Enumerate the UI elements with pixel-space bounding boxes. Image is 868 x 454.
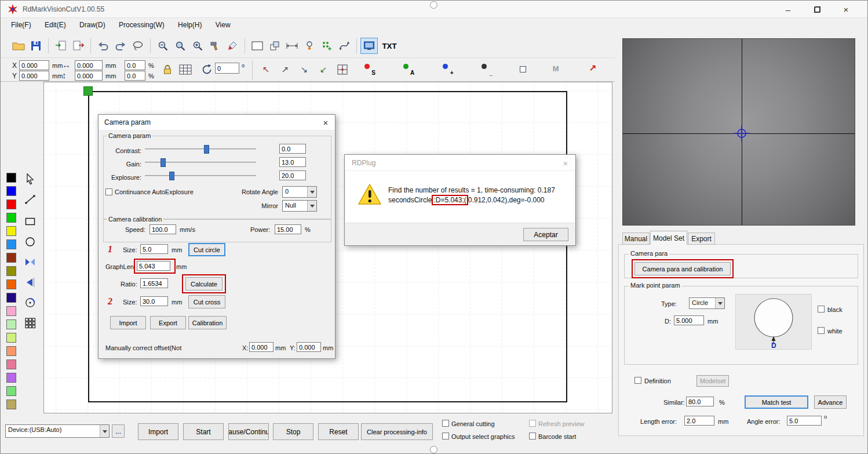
- slider-thumb[interactable]: [161, 158, 166, 167]
- dialog-export-button[interactable]: Export: [150, 316, 186, 329]
- redo-button[interactable]: [112, 38, 129, 54]
- zoom-in-button[interactable]: [189, 38, 206, 54]
- definition-checkbox[interactable]: [634, 377, 641, 384]
- line-tool-button[interactable]: [23, 192, 38, 207]
- v-expand-icon[interactable]: ↕: [62, 70, 67, 80]
- array-tool-button[interactable]: [23, 315, 38, 330]
- zoom-out-button[interactable]: [154, 38, 172, 54]
- contrast-input[interactable]: [279, 144, 306, 154]
- bottom-import-button[interactable]: Import: [138, 423, 178, 440]
- align-se-button[interactable]: ↘: [296, 61, 313, 78]
- camera-dialog-close-button[interactable]: ×: [316, 115, 335, 130]
- offset-y-input[interactable]: [297, 342, 321, 352]
- modelset-button[interactable]: Modelset: [696, 375, 729, 387]
- open-button[interactable]: [10, 38, 27, 54]
- match-test-button[interactable]: Match test: [745, 395, 808, 409]
- rotate-angle-select[interactable]: 0: [282, 186, 317, 198]
- menu-view[interactable]: View: [210, 18, 236, 32]
- rdplug-close-button[interactable]: ×: [556, 155, 575, 171]
- mirror-h-tool-button[interactable]: [23, 255, 38, 270]
- table-grid-icon[interactable]: [179, 64, 192, 75]
- device-browse-button[interactable]: ...: [112, 424, 125, 438]
- black-checkbox[interactable]: [818, 306, 825, 313]
- tab-model-set[interactable]: Model Set: [650, 231, 687, 245]
- graphlen-input[interactable]: [137, 261, 170, 271]
- align-nw-button[interactable]: ↖: [257, 61, 275, 78]
- color-swatch[interactable]: [6, 346, 16, 356]
- tab-export[interactable]: Export: [688, 233, 715, 245]
- menu-file[interactable]: File(F): [5, 18, 37, 32]
- d-input[interactable]: [674, 315, 704, 325]
- camera-view-button[interactable]: [360, 38, 378, 54]
- pause-continue-button[interactable]: Pause/Continue: [228, 423, 269, 440]
- export-file-button[interactable]: [70, 38, 87, 54]
- lasso-button[interactable]: [129, 38, 147, 54]
- color-swatch[interactable]: [6, 279, 16, 289]
- offset-x-input[interactable]: [249, 342, 273, 352]
- menu-draw[interactable]: Draw(D): [74, 18, 111, 32]
- start-button[interactable]: Start: [183, 423, 224, 440]
- slider-thumb[interactable]: [169, 172, 174, 180]
- length-error-input[interactable]: [684, 416, 714, 426]
- accept-button[interactable]: Aceptar: [523, 228, 568, 241]
- cut-cross-button[interactable]: Cut cross: [188, 295, 225, 308]
- color-swatch[interactable]: [6, 333, 16, 343]
- import-file-button[interactable]: [52, 38, 70, 54]
- rotate-tool-button[interactable]: [23, 295, 38, 310]
- slider-thumb[interactable]: [204, 145, 209, 154]
- clear-processing-info-button[interactable]: Clear processing-info: [361, 423, 433, 440]
- minimize-button[interactable]: –: [775, 1, 801, 18]
- similar-input[interactable]: [686, 397, 714, 406]
- width-percent-input[interactable]: [125, 60, 145, 70]
- explosure-slider[interactable]: [145, 172, 256, 180]
- pos-y-input[interactable]: [19, 71, 49, 81]
- angle-error-input[interactable]: [787, 416, 822, 426]
- color-swatch[interactable]: [6, 306, 16, 316]
- speed-input[interactable]: [149, 224, 176, 234]
- color-swatch[interactable]: [6, 319, 16, 329]
- mark-s-button[interactable]: S: [361, 61, 378, 77]
- menu-edit[interactable]: Edit(E): [39, 18, 72, 32]
- ratio-input[interactable]: [140, 278, 168, 288]
- dialog-import-button[interactable]: Import: [110, 316, 146, 329]
- cut-circle-button[interactable]: Cut circle: [188, 243, 225, 256]
- camera-para-calibration-button[interactable]: Camera para and calibration: [634, 262, 731, 275]
- power-input[interactable]: [275, 224, 301, 234]
- group-button[interactable]: [266, 38, 283, 54]
- calculate-button[interactable]: Calculate: [185, 277, 223, 290]
- color-swatch[interactable]: [6, 199, 16, 209]
- color-swatch[interactable]: [6, 239, 16, 249]
- explosure-input[interactable]: [279, 170, 306, 180]
- txt-button[interactable]: TXT: [378, 38, 401, 54]
- dimension-button[interactable]: [283, 38, 301, 54]
- barcode-start-checkbox[interactable]: [529, 433, 536, 440]
- mark-arrow-button[interactable]: ↗: [585, 61, 602, 77]
- select-tool-button[interactable]: [23, 172, 38, 187]
- curve-button[interactable]: [335, 38, 353, 54]
- menu-processing[interactable]: Processing(W): [113, 18, 170, 32]
- width-input[interactable]: [75, 60, 103, 70]
- refresh-preview-checkbox[interactable]: [529, 420, 536, 427]
- rotate-icon[interactable]: [201, 64, 213, 75]
- zoom-window-button[interactable]: [172, 38, 189, 54]
- color-swatch[interactable]: [6, 266, 16, 276]
- height-input[interactable]: [75, 71, 103, 81]
- align-center-button[interactable]: [334, 61, 351, 78]
- mark-plus-button[interactable]: +: [439, 61, 457, 77]
- rdplug-titlebar[interactable]: RDPlug ×: [345, 155, 575, 171]
- mirror-select[interactable]: Null: [282, 200, 317, 212]
- output-select-graphics-checkbox[interactable]: [442, 433, 449, 440]
- general-cutting-checkbox[interactable]: [442, 420, 449, 427]
- save-button[interactable]: [27, 38, 45, 54]
- size2-input[interactable]: [140, 296, 168, 306]
- align-sw-button[interactable]: ↙: [315, 61, 332, 78]
- lock-ratio-icon[interactable]: [163, 63, 172, 76]
- color-swatch[interactable]: [6, 173, 16, 183]
- contrast-slider[interactable]: [145, 145, 256, 154]
- pos-x-input[interactable]: [19, 60, 49, 70]
- edit-tool-button[interactable]: [224, 38, 241, 54]
- reset-button[interactable]: Reset: [318, 423, 359, 440]
- rotate-angle-input[interactable]: [215, 63, 239, 74]
- array-button[interactable]: [318, 38, 335, 54]
- mark-square-button[interactable]: [516, 61, 530, 77]
